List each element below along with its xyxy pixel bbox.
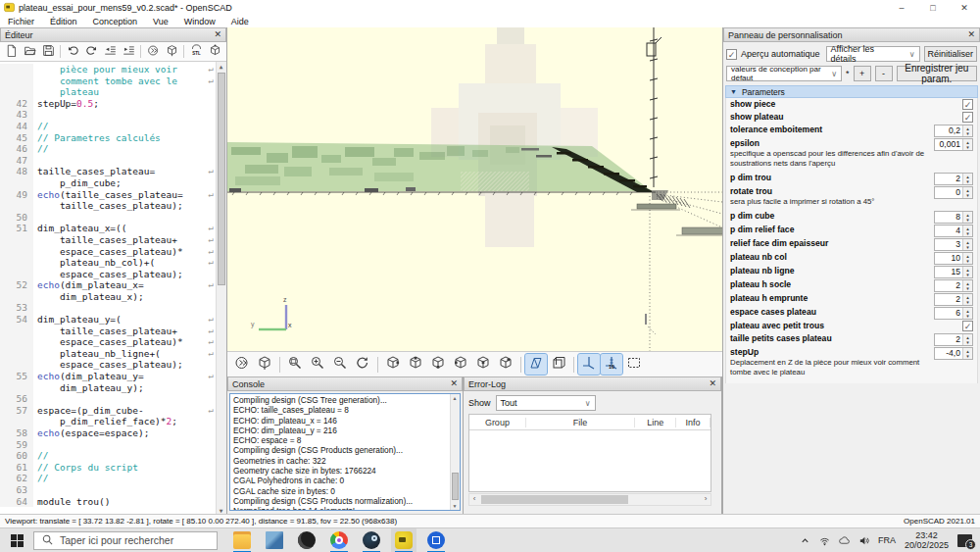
code-line[interactable]: p_dim_cube; bbox=[0, 177, 217, 189]
zoom-in-button[interactable] bbox=[307, 354, 328, 375]
scroll-right-icon[interactable]: › bbox=[701, 494, 710, 505]
param-spinbox[interactable]: 0,001▴▾ bbox=[934, 138, 973, 151]
indent-button[interactable] bbox=[120, 44, 137, 60]
param-spinbox[interactable]: 15▴▾ bbox=[934, 266, 973, 278]
undo-button[interactable] bbox=[64, 44, 81, 60]
code-line[interactable]: 60// bbox=[0, 450, 217, 462]
minimize-button[interactable]: – bbox=[886, 0, 917, 16]
chrome-icon[interactable] bbox=[326, 528, 352, 552]
tray-language[interactable]: FRA bbox=[878, 535, 896, 545]
notifications-icon[interactable]: 3 bbox=[957, 534, 972, 547]
console-output[interactable]: Compiling design (CSG Tree generation)..… bbox=[229, 393, 461, 511]
spinner-arrows-icon[interactable]: ▴▾ bbox=[962, 226, 972, 236]
menu-dition[interactable]: Édition bbox=[42, 17, 85, 26]
spinner-arrows-icon[interactable]: ▴▾ bbox=[962, 294, 972, 305]
maximize-button[interactable]: □ bbox=[917, 0, 949, 16]
param-spinbox[interactable]: 6▴▾ bbox=[934, 307, 973, 320]
code-line[interactable]: 48taille_cases_plateau=↵ bbox=[0, 166, 217, 177]
code-line[interactable]: 55echo(dim_plateau_y=↵ bbox=[0, 371, 217, 382]
reset-button[interactable]: Réinitialiser bbox=[924, 46, 977, 62]
view-right-button[interactable] bbox=[382, 354, 404, 375]
code-line[interactable]: 64module trou() bbox=[0, 496, 217, 508]
console-close-icon[interactable]: ✕ bbox=[450, 379, 458, 388]
add-preset-button[interactable]: + bbox=[854, 66, 871, 81]
spinner-arrows-icon[interactable]: ▴▾ bbox=[962, 139, 972, 150]
code-line[interactable]: dim_plateau_y); bbox=[0, 382, 217, 394]
param-spinbox[interactable]: 2▴▾ bbox=[934, 279, 973, 292]
code-line[interactable]: 63 bbox=[0, 484, 217, 496]
param-spinbox[interactable]: 8▴▾ bbox=[934, 211, 973, 224]
customizer-close-icon[interactable]: ✕ bbox=[967, 30, 975, 39]
remove-preset-button[interactable]: - bbox=[875, 66, 893, 81]
errorlog-close-icon[interactable]: ✕ bbox=[709, 379, 716, 388]
openscad-taskbar-icon[interactable] bbox=[391, 528, 416, 552]
code-line[interactable]: taille_cases_plateau+↵ bbox=[0, 234, 217, 246]
errorlog-hscrollbar-thumb[interactable] bbox=[481, 495, 628, 504]
close-button[interactable]: ✕ bbox=[949, 0, 980, 16]
steam-icon[interactable] bbox=[359, 528, 384, 552]
editor-scrollbar[interactable]: ▲ ▼ bbox=[216, 62, 226, 515]
code-line[interactable]: 53 bbox=[0, 302, 217, 314]
code-line[interactable]: 57espace=(p_dim_cube-↵ bbox=[0, 405, 217, 417]
param-checkbox[interactable]: ✓ bbox=[962, 321, 973, 331]
tray-chevron-up-icon[interactable] bbox=[800, 535, 810, 546]
code-line[interactable]: p_dim_relief_face)*2; bbox=[0, 416, 217, 427]
param-checkbox[interactable]: ✓ bbox=[962, 112, 973, 123]
redo-button[interactable] bbox=[82, 44, 100, 60]
preset-dropdown[interactable]: valeurs de conception par défaut ∨ bbox=[726, 66, 842, 81]
preview-button[interactable] bbox=[144, 44, 162, 60]
volume-icon[interactable] bbox=[858, 535, 869, 546]
code-line[interactable]: pièce pour mieux voir↵ bbox=[0, 64, 217, 75]
spinner-arrows-icon[interactable]: ▴▾ bbox=[962, 239, 972, 250]
code-line[interactable]: plateau_nb_col)+(↵ bbox=[0, 257, 217, 269]
onedrive-cloud-icon[interactable] bbox=[839, 535, 850, 546]
code-line[interactable]: taille_cases_plateau); bbox=[0, 200, 217, 212]
save-preset-button[interactable]: Enregistrer jeu param. bbox=[897, 66, 977, 81]
param-spinbox[interactable]: 2▴▾ bbox=[934, 333, 973, 346]
menu-fichier[interactable]: Fichier bbox=[0, 17, 42, 26]
console-scrollbar-thumb[interactable] bbox=[452, 473, 459, 500]
column-header-info[interactable]: Info bbox=[676, 418, 710, 427]
scroll-down-icon[interactable]: ▼ bbox=[451, 502, 459, 510]
spinner-arrows-icon[interactable]: ▴▾ bbox=[962, 308, 972, 319]
spinner-arrows-icon[interactable]: ▴▾ bbox=[962, 253, 972, 264]
param-spinbox[interactable]: 0▴▾ bbox=[934, 186, 973, 199]
view-back-button[interactable] bbox=[495, 354, 516, 375]
auto-preview-checkbox[interactable]: ✓ bbox=[726, 49, 737, 60]
code-line[interactable]: 56 bbox=[0, 393, 217, 405]
details-dropdown[interactable]: Afficher les détails ∨ bbox=[826, 46, 920, 62]
spinner-arrows-icon[interactable]: ▴▾ bbox=[962, 267, 972, 277]
tray-clock[interactable]: 23:42 20/02/2025 bbox=[905, 530, 949, 550]
editor-close-icon[interactable]: ✕ bbox=[214, 30, 221, 39]
unindent-button[interactable] bbox=[101, 44, 119, 60]
spinner-arrows-icon[interactable]: ▴▾ bbox=[962, 348, 972, 359]
menu-vue[interactable]: Vue bbox=[145, 17, 176, 26]
show-scale-button[interactable]: 10 bbox=[601, 354, 622, 375]
view-bottom-button[interactable] bbox=[427, 354, 449, 375]
code-line[interactable]: 59 bbox=[0, 439, 217, 451]
code-line[interactable]: espace_cases_plateau)*↵ bbox=[0, 246, 217, 258]
code-line[interactable]: 47 bbox=[0, 155, 217, 167]
code-line[interactable]: 54dim_plateau_y=(↵ bbox=[0, 314, 217, 326]
photos-app-icon[interactable] bbox=[262, 528, 287, 552]
code-line[interactable]: dim_plateau_x); bbox=[0, 291, 217, 303]
new-file-button[interactable] bbox=[2, 44, 20, 60]
preview-button[interactable] bbox=[231, 354, 253, 375]
show-crosshairs-button[interactable] bbox=[623, 354, 645, 375]
console-scrollbar[interactable]: ▲ ▼ bbox=[450, 394, 460, 510]
param-checkbox[interactable]: ✓ bbox=[962, 99, 973, 110]
code-line[interactable]: plateau bbox=[0, 86, 217, 98]
code-line[interactable]: 51dim_plateau_x=((↵ bbox=[0, 223, 217, 234]
code-line[interactable]: 61// Corps du script bbox=[0, 462, 217, 474]
orthogonal-button[interactable] bbox=[548, 354, 569, 375]
measure-button[interactable] bbox=[206, 44, 223, 60]
open-file-button[interactable] bbox=[21, 44, 38, 60]
zoom-out-button[interactable] bbox=[329, 354, 351, 375]
render-button[interactable] bbox=[163, 44, 180, 60]
column-header-group[interactable]: Group bbox=[469, 418, 526, 427]
file-explorer-icon[interactable] bbox=[229, 528, 255, 552]
export-stl-button[interactable]: STL bbox=[187, 44, 205, 60]
code-line[interactable]: espace_cases_plateau); bbox=[0, 359, 217, 371]
code-line[interactable]: 44// bbox=[0, 121, 217, 132]
column-header-line[interactable]: Line bbox=[635, 418, 676, 427]
